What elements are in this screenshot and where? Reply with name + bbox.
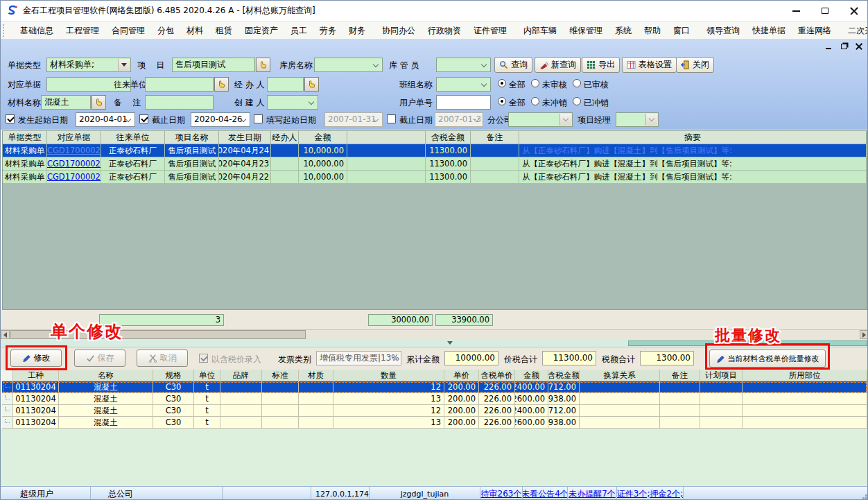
- cell-price[interactable]: 200.00: [444, 417, 479, 428]
- project-input[interactable]: 售后项目测试: [172, 58, 255, 72]
- detail-row[interactable]: 01130204 混凝土 C30 t 12 200.00 226.00 2400…: [2, 405, 867, 417]
- cell-code[interactable]: 01130204: [13, 405, 59, 416]
- handler-picker-button[interactable]: [304, 77, 319, 92]
- sum-amount-field[interactable]: 10000.00: [444, 351, 498, 365]
- cell-texture[interactable]: [299, 417, 333, 428]
- col-header[interactable]: 单价: [444, 370, 479, 381]
- dropdown-arrow-icon[interactable]: [645, 114, 657, 126]
- cell-price[interactable]: 200.00: [444, 393, 479, 404]
- bill-link[interactable]: CLCGD170000215: [47, 172, 101, 182]
- menubar-grip[interactable]: [3, 24, 4, 37]
- cancel-button[interactable]: 取消: [137, 350, 188, 367]
- close-button[interactable]: [840, 1, 868, 21]
- cell-amount[interactable]: 2600.00: [515, 417, 548, 428]
- handler-input[interactable]: [267, 77, 304, 92]
- col-header[interactable]: 含税金额: [426, 131, 471, 144]
- cell-handler[interactable]: [271, 144, 299, 157]
- cell-ref[interactable]: CLCGD170000214: [47, 157, 101, 170]
- audit-all-radio[interactable]: [498, 79, 506, 87]
- pending-audit-link[interactable]: 待审263个: [481, 488, 522, 500]
- cell-name[interactable]: 混凝土: [59, 417, 153, 428]
- col-header[interactable]: 金额: [515, 370, 548, 381]
- menu-item-project-mgmt[interactable]: 工程管理: [60, 21, 105, 40]
- user-no-input[interactable]: [436, 95, 491, 110]
- menu-item-fixed-assets[interactable]: 固定资产: [238, 21, 284, 40]
- cell-handler[interactable]: [271, 171, 299, 183]
- cell-plan-item[interactable]: [700, 381, 743, 393]
- cell-code[interactable]: 01130204: [13, 417, 59, 428]
- cell-used-part[interactable]: [743, 393, 867, 404]
- cell-blank[interactable]: [347, 157, 426, 170]
- menu-item-secondary-dev[interactable]: 二次开发: [842, 21, 868, 40]
- cell-code[interactable]: 01130204: [13, 393, 59, 404]
- cell-unit[interactable]: t: [194, 405, 220, 416]
- cell-bill-type[interactable]: 材料采购单: [3, 144, 47, 157]
- col-header[interactable]: 换算关系: [580, 370, 660, 381]
- modify-button[interactable]: 修改: [10, 350, 62, 367]
- cell-tax-amount[interactable]: 2712.00: [548, 381, 580, 393]
- menu-item-lease[interactable]: 租赁: [209, 21, 238, 40]
- col-header[interactable]: 所用部位: [743, 370, 867, 381]
- cell-remark[interactable]: [660, 381, 700, 393]
- cell-project[interactable]: 售后项目测试: [165, 157, 219, 170]
- menu-item-internal-vehicles[interactable]: 内部车辆: [517, 21, 563, 40]
- col-header[interactable]: 单位: [194, 370, 220, 381]
- col-header[interactable]: 品牌: [220, 370, 262, 381]
- cell-remark[interactable]: [471, 157, 519, 170]
- cell-remark[interactable]: [660, 393, 700, 404]
- menu-item-admin-supplies[interactable]: 行政物资: [422, 21, 467, 40]
- save-button[interactable]: 保存: [74, 350, 125, 367]
- counterparty-input[interactable]: [145, 77, 214, 92]
- detail-row[interactable]: 01130204 混凝土 C30 t 13 200.00 226.00 2600…: [2, 393, 867, 405]
- col-header[interactable]: 材质: [299, 370, 333, 381]
- table-setup-button[interactable]: 表格设置: [622, 57, 677, 73]
- menu-item-labor[interactable]: 劳务: [313, 21, 342, 40]
- cell-standard[interactable]: [262, 381, 299, 393]
- cell-price[interactable]: 200.00: [444, 405, 479, 416]
- menu-item-help[interactable]: 帮助: [638, 21, 667, 40]
- cell-tax-amount[interactable]: 11300.00: [426, 157, 471, 170]
- bill-type-combo[interactable]: 材料采购单;: [46, 58, 131, 72]
- col-header[interactable]: 数量: [333, 370, 444, 381]
- menu-item-quick-bills[interactable]: 快捷单据: [746, 21, 792, 40]
- menu-item-contract-mgmt[interactable]: 合同管理: [105, 21, 151, 40]
- writeoff-all-radio[interactable]: [498, 97, 506, 105]
- col-header[interactable]: 对应单据: [47, 131, 101, 144]
- cell-spec[interactable]: C30: [153, 405, 194, 416]
- cell-price[interactable]: 200.00: [444, 381, 479, 393]
- export-button[interactable]: 导出: [582, 57, 620, 73]
- audit-done-radio[interactable]: [573, 79, 581, 87]
- batch-modify-button[interactable]: 当前材料含税单价批量修改: [709, 350, 826, 368]
- mdi-minimize-button[interactable]: [823, 42, 834, 51]
- cell-code[interactable]: 01130204: [13, 381, 59, 393]
- cell-handler[interactable]: [271, 157, 299, 170]
- scroll-left-button[interactable]: [1, 330, 10, 339]
- menu-item-employee[interactable]: 员工: [284, 21, 313, 40]
- cell-blank[interactable]: [347, 171, 426, 183]
- detail-row-selected[interactable]: 01130204 混凝土 C30 t 12 200.00 226.00 2400…: [2, 381, 867, 393]
- fill-end-date-combo[interactable]: 2007-01-31: [435, 112, 483, 127]
- cell-qty[interactable]: 12: [333, 381, 444, 393]
- cell-vendor[interactable]: 正泰砂石料厂: [101, 157, 165, 170]
- cell-qty[interactable]: 13: [333, 417, 444, 428]
- cell-tax-price[interactable]: 226.00: [479, 393, 515, 404]
- resize-grip[interactable]: [865, 497, 867, 499]
- counterparty-picker-button[interactable]: [214, 77, 229, 92]
- cell-unit[interactable]: t: [194, 381, 220, 393]
- menu-item-system[interactable]: 系统: [609, 21, 638, 40]
- occur-start-date-combo[interactable]: 2020-04-01: [76, 112, 135, 127]
- cell-amount[interactable]: 2400.00: [515, 405, 548, 416]
- minimize-button[interactable]: [781, 1, 810, 21]
- cell-ref[interactable]: CLCGD170000215: [47, 171, 101, 183]
- cell-amount[interactable]: 2600.00: [515, 393, 548, 404]
- cell-unit[interactable]: t: [194, 393, 220, 404]
- fill-start-checkbox[interactable]: [254, 114, 263, 123]
- keeper-combo[interactable]: [436, 58, 491, 72]
- cell-qty[interactable]: 12: [333, 405, 444, 416]
- cell-ref[interactable]: CLCGD170000213: [47, 144, 101, 157]
- cell-plan-item[interactable]: [700, 417, 743, 428]
- search-button[interactable]: 查询: [494, 57, 532, 73]
- cell-unit[interactable]: t: [194, 417, 220, 428]
- col-header[interactable]: 摘要: [519, 131, 867, 144]
- col-header[interactable]: 标准: [262, 370, 299, 381]
